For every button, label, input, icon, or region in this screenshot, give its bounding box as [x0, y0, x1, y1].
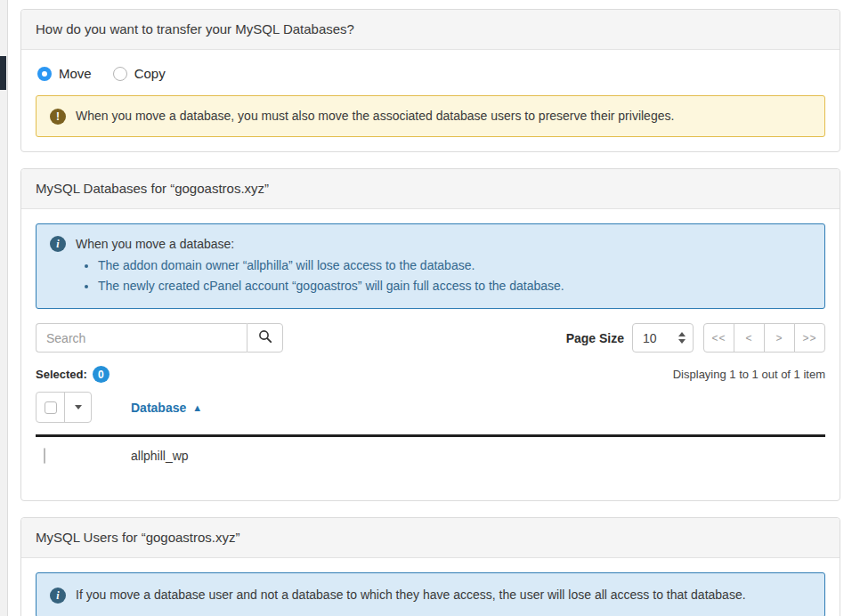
- row-checkbox-cell: [36, 449, 131, 463]
- pager-prev-button[interactable]: <: [734, 323, 765, 353]
- databases-panel: MySQL Databases for “gogoastros.xyz” i W…: [20, 168, 840, 501]
- select-all-column: [36, 392, 131, 423]
- databases-status-row: Selected: 0 Displaying 1 to 1 out of 1 i…: [36, 366, 825, 383]
- pager-last-button[interactable]: >>: [794, 323, 825, 353]
- radio-copy-circle[interactable]: [113, 67, 127, 81]
- move-warning-alert: ! When you move a database, you must als…: [36, 95, 825, 137]
- databases-table: Database ▲ allphill_wp: [36, 383, 825, 486]
- select-all-dropdown[interactable]: [65, 393, 91, 422]
- databases-search-group: [36, 323, 283, 353]
- transfer-panel-title: How do you want to transfer your MySQL D…: [21, 10, 840, 50]
- databases-info-bullet: The addon domain owner “allphilla” will …: [98, 256, 564, 275]
- radio-copy-label: Copy: [134, 66, 166, 81]
- transfer-mode-radio-group: Move Copy: [37, 66, 825, 81]
- users-panel: MySQL Users for “gogoastros.xyz” i If yo…: [20, 517, 840, 616]
- radio-move[interactable]: Move: [37, 66, 92, 81]
- databases-search-button[interactable]: [247, 323, 283, 353]
- database-column-header[interactable]: Database ▲: [131, 401, 202, 415]
- info-icon: i: [50, 236, 66, 252]
- radio-move-label: Move: [59, 66, 92, 81]
- chevron-down-icon: [75, 405, 82, 409]
- databases-table-header: Database ▲: [36, 383, 825, 434]
- main-content: How do you want to transfer your MySQL D…: [20, 9, 840, 616]
- warning-icon: !: [50, 109, 66, 125]
- page-size-value: 10: [643, 331, 657, 345]
- pager-first-button[interactable]: <<: [703, 323, 734, 353]
- search-icon: [258, 329, 272, 346]
- databases-pager: << < > >>: [703, 323, 825, 353]
- databases-info-bullet: The newly created cPanel account “gogoas…: [98, 277, 564, 296]
- pager-next-button[interactable]: >: [764, 323, 795, 353]
- users-info-alert: i If you move a database user and not a …: [36, 572, 825, 616]
- select-all-group: [36, 392, 92, 423]
- row-checkbox[interactable]: [44, 448, 45, 464]
- users-panel-title: MySQL Users for “gogoastros.xyz”: [21, 518, 840, 558]
- databases-info-body: When you move a database: The addon doma…: [76, 235, 564, 297]
- scrollbar-thumb[interactable]: [0, 56, 6, 90]
- database-name-cell: allphill_wp: [131, 449, 189, 463]
- page-scrollbar: [0, 0, 8, 616]
- databases-toolbar: Page Size 10 << < > >>: [36, 323, 825, 353]
- databases-search-input[interactable]: [36, 323, 247, 353]
- page-size-label: Page Size: [566, 331, 624, 345]
- table-row: allphill_wp: [36, 437, 825, 474]
- selected-label: Selected:: [36, 368, 87, 381]
- select-all-checkbox[interactable]: [45, 401, 57, 414]
- databases-paging-tools: Page Size 10 << < > >>: [566, 323, 825, 353]
- databases-info-intro: When you move a database:: [76, 235, 564, 254]
- databases-panel-title: MySQL Databases for “gogoastros.xyz”: [21, 169, 840, 209]
- databases-panel-body: i When you move a database: The addon do…: [21, 209, 840, 500]
- selected-count-badge: 0: [93, 366, 110, 383]
- databases-info-alert: i When you move a database: The addon do…: [36, 223, 825, 309]
- sort-ascending-icon: ▲: [192, 402, 202, 413]
- move-warning-text: When you move a database, you must also …: [76, 107, 674, 126]
- page-size-select[interactable]: 10: [632, 323, 694, 353]
- users-info-text: If you move a database user and not a da…: [76, 586, 746, 604]
- select-spinner-icon: [678, 332, 686, 344]
- transfer-mode-panel: How do you want to transfer your MySQL D…: [20, 9, 840, 152]
- users-panel-body: i If you move a database user and not a …: [21, 558, 840, 616]
- databases-info-list: The addon domain owner “allphilla” will …: [76, 256, 564, 296]
- info-icon: i: [50, 588, 66, 604]
- database-column-label: Database: [131, 401, 186, 415]
- displaying-text: Displaying 1 to 1 out of 1 item: [673, 368, 825, 381]
- selected-count-wrap: Selected: 0: [36, 366, 110, 383]
- radio-copy[interactable]: Copy: [113, 66, 166, 81]
- select-all-checkbox-cell[interactable]: [37, 393, 65, 422]
- radio-move-circle[interactable]: [37, 67, 52, 81]
- transfer-panel-body: Move Copy ! When you move a database, yo…: [21, 50, 840, 151]
